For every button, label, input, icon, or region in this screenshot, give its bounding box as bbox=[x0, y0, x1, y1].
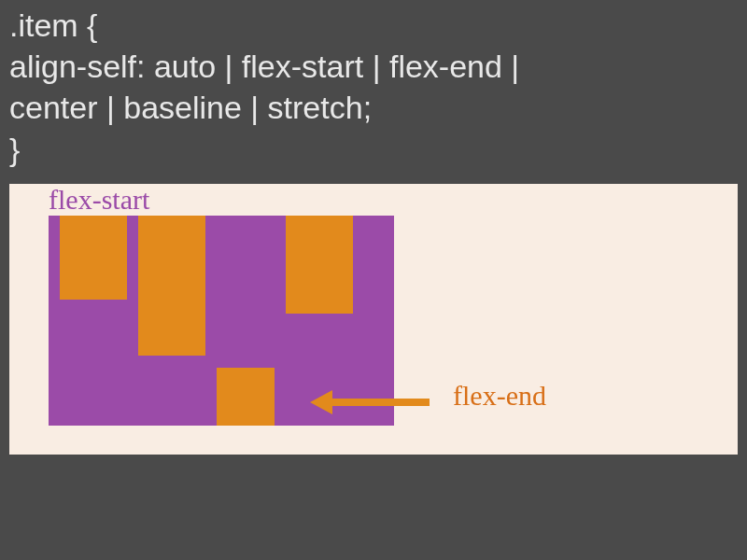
code-block: .item { align-self: auto | flex-start | … bbox=[0, 0, 747, 170]
code-line-1: .item { bbox=[9, 5, 738, 46]
label-flex-end: flex-end bbox=[453, 380, 546, 412]
code-line-2: align-self: auto | flex-start | flex-end… bbox=[9, 46, 738, 87]
flex-item-2 bbox=[138, 216, 205, 356]
diagram-panel: flex-start flex-end bbox=[9, 184, 738, 455]
arrow-icon bbox=[308, 387, 448, 415]
code-line-3: center | baseline | stretch; bbox=[9, 87, 738, 128]
flex-item-4 bbox=[286, 216, 353, 314]
flex-item-1 bbox=[60, 216, 127, 300]
label-flex-start: flex-start bbox=[49, 184, 149, 216]
flex-item-3 bbox=[217, 368, 275, 426]
arrow-line-icon bbox=[327, 399, 430, 406]
code-line-4: } bbox=[9, 129, 738, 170]
